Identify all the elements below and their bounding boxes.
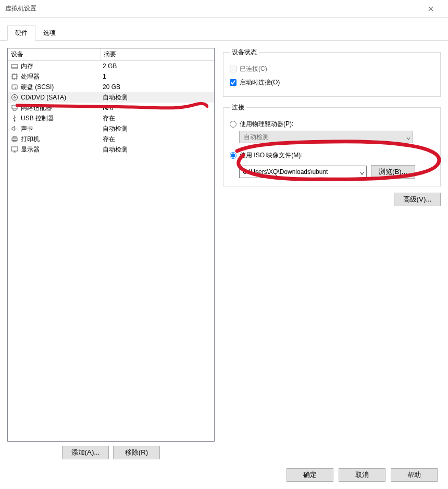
connect-at-poweron-checkbox[interactable] — [230, 79, 237, 86]
svg-rect-10 — [11, 147, 18, 151]
device-rows: 内存2 GB处理器1硬盘 (SCSI)20 GBCD/DVD (SATA)自动检… — [8, 61, 214, 155]
device-summary: 自动检测 — [101, 93, 214, 102]
svg-rect-1 — [13, 74, 17, 79]
use-physical-label: 使用物理驱动器(P): — [240, 120, 293, 129]
iso-path-combo[interactable]: C:\Users\XQ\Downloads\ubunt — [239, 166, 367, 178]
device-row[interactable]: 内存2 GB — [8, 61, 214, 71]
remove-button[interactable]: 移除(R) — [113, 446, 160, 459]
svg-point-2 — [15, 87, 16, 89]
device-summary: 20 GB — [101, 83, 214, 91]
device-name: 网络适配器 — [21, 104, 52, 112]
connect-at-poweron-label: 启动时连接(O) — [240, 78, 280, 87]
chevron-down-icon — [406, 135, 410, 139]
connection-legend: 连接 — [230, 103, 246, 112]
advanced-button[interactable]: 高级(V)... — [394, 193, 441, 206]
printer-icon — [11, 135, 18, 143]
titlebar: 虚拟机设置 — [0, 0, 448, 18]
content: 设备 摘要 内存2 GB处理器1硬盘 (SCSI)20 GBCD/DVD (SA… — [0, 41, 448, 467]
cd-icon — [11, 94, 18, 101]
device-name: 内存 — [21, 62, 33, 71]
device-name: CD/DVD (SATA) — [21, 94, 66, 101]
device-row[interactable]: 硬盘 (SCSI)20 GB — [8, 82, 214, 92]
device-row[interactable]: CD/DVD (SATA)自动检测 — [8, 92, 214, 103]
device-row[interactable]: USB 控制器存在 — [8, 113, 214, 123]
tab-options[interactable]: 选项 — [35, 26, 64, 41]
memory-icon — [11, 62, 18, 70]
device-summary: 存在 — [101, 135, 214, 144]
add-button[interactable]: 添加(A)... — [62, 446, 109, 459]
device-name: 处理器 — [21, 72, 40, 81]
connected-label: 已连接(C) — [240, 65, 267, 73]
cpu-icon — [11, 73, 18, 80]
device-name: 显示器 — [21, 145, 40, 154]
device-name: USB 控制器 — [21, 114, 54, 123]
browse-button[interactable]: 浏览(B)... — [371, 165, 415, 179]
device-row[interactable]: 显示器自动检测 — [8, 144, 214, 155]
device-summary: NAT — [101, 104, 214, 111]
device-summary: 自动检测 — [101, 145, 214, 154]
use-physical-radio[interactable] — [230, 121, 237, 128]
disk-icon — [11, 83, 18, 91]
display-icon — [11, 146, 18, 153]
device-summary: 2 GB — [101, 62, 214, 70]
device-row[interactable]: 打印机存在 — [8, 134, 214, 144]
device-name: 打印机 — [21, 135, 40, 144]
header-device[interactable]: 设备 — [8, 48, 101, 60]
device-summary: 存在 — [101, 114, 214, 123]
net-icon — [11, 104, 18, 111]
connection-group: 连接 使用物理驱动器(P): 自动检测 使用 ISO 映像文件(M): — [223, 103, 441, 186]
device-summary: 1 — [101, 73, 214, 80]
ok-button[interactable]: 确定 — [287, 468, 333, 482]
device-summary: 自动检测 — [101, 124, 214, 133]
help-button[interactable]: 帮助 — [391, 468, 438, 482]
physical-drive-value: 自动检测 — [244, 133, 269, 142]
header-summary[interactable]: 摘要 — [101, 48, 214, 60]
sound-icon — [11, 125, 18, 132]
iso-path-value: C:\Users\XQ\Downloads\ubunt — [243, 168, 328, 175]
device-list: 设备 摘要 内存2 GB处理器1硬盘 (SCSI)20 GBCD/DVD (SA… — [7, 48, 215, 442]
device-name: 硬盘 (SCSI) — [21, 83, 54, 92]
svg-rect-5 — [12, 105, 17, 109]
window-title: 虚拟机设置 — [5, 4, 419, 13]
svg-rect-8 — [13, 136, 16, 138]
connected-checkbox — [230, 66, 237, 72]
device-row[interactable]: 网络适配器NAT — [8, 103, 214, 113]
usb-icon — [11, 115, 18, 122]
use-iso-label: 使用 ISO 映像文件(M): — [240, 151, 303, 160]
tab-bar: 硬件 选项 — [0, 18, 448, 41]
chevron-down-icon — [360, 170, 364, 174]
dialog-buttons: 确定 取消 帮助 — [287, 468, 438, 482]
svg-point-3 — [12, 95, 18, 101]
right-column: 设备状态 已连接(C) 启动时连接(O) 连接 使用物理驱动器(P): 自动检测 — [223, 48, 441, 459]
close-button[interactable] — [419, 1, 443, 17]
device-list-header: 设备 摘要 — [8, 48, 214, 61]
device-row[interactable]: 处理器1 — [8, 71, 214, 82]
svg-rect-0 — [11, 65, 18, 68]
list-buttons: 添加(A)... 移除(R) — [7, 446, 215, 459]
cancel-button[interactable]: 取消 — [339, 468, 385, 482]
use-iso-radio[interactable] — [230, 152, 237, 159]
svg-point-6 — [14, 120, 16, 122]
device-name: 声卡 — [21, 124, 33, 133]
device-row[interactable]: 声卡自动检测 — [8, 123, 214, 134]
left-column: 设备 摘要 内存2 GB处理器1硬盘 (SCSI)20 GBCD/DVD (SA… — [7, 48, 215, 459]
svg-point-4 — [14, 97, 16, 98]
device-status-legend: 设备状态 — [230, 48, 259, 57]
device-status-group: 设备状态 已连接(C) 启动时连接(O) — [223, 48, 441, 97]
tab-hardware[interactable]: 硬件 — [7, 26, 35, 41]
physical-drive-combo: 自动检测 — [239, 131, 413, 143]
